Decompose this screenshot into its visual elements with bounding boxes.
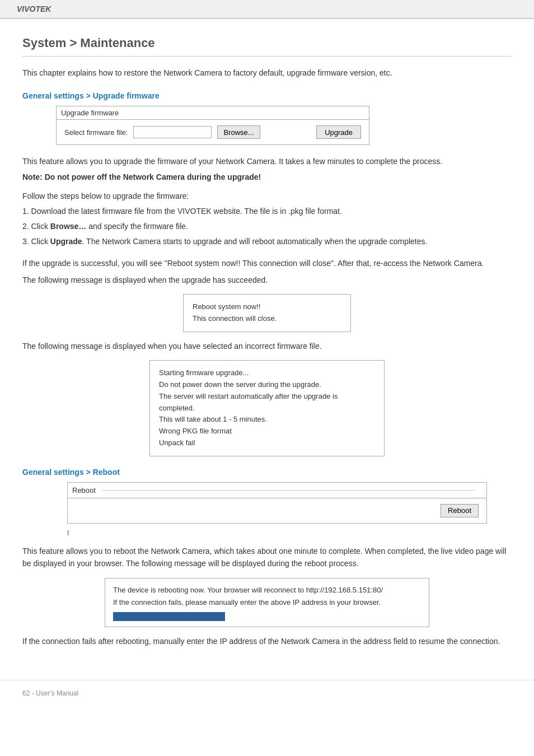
reboot-box-title: Reboot (72, 486, 96, 494)
select-firmware-label: Select firmware file: (64, 128, 128, 137)
page-label: 62 - User's Manual (22, 689, 78, 697)
upgrade-firmware-box: Upgrade firmware Select firmware file: B… (56, 106, 369, 145)
reboot-button[interactable]: Reboot (441, 504, 479, 517)
reboot-message-box: The device is rebooting now. Your browse… (105, 578, 429, 627)
reboot-msg-content: The device is rebooting now. Your browse… (105, 578, 429, 612)
fail-msg-3: This will take about 1 - 5 minutes. (159, 414, 375, 426)
fail-msg-0: Starting firmware upgrade... (159, 367, 375, 379)
success-msg-line2: This connection will close. (193, 313, 341, 325)
reboot-box: Reboot Reboot (67, 482, 487, 524)
fail-msg-4: Wrong PKG file format (159, 426, 375, 437)
following-msg-label: The following message is displayed when … (22, 274, 512, 286)
steps-intro: Follow the steps below to upgrade the fi… (22, 189, 512, 203)
brand-label: VIVOTEK (17, 4, 51, 13)
final-text: If the connection fails after rebooting,… (22, 635, 512, 647)
browse-button[interactable]: Browse... (217, 125, 260, 139)
header: VIVOTEK (0, 0, 534, 19)
success-msg-line1: Reboot system now!! (193, 301, 341, 313)
reboot-box-content: Reboot (68, 498, 486, 523)
upgrade-firmware-box-content: Select firmware file: Browse... Upgrade (57, 120, 369, 144)
reboot-feature-text: This feature allows you to reboot the Ne… (22, 545, 512, 570)
success-note: If the upgrade is successful, you will s… (22, 257, 512, 269)
reboot-msg-line1: The device is rebooting now. Your browse… (113, 584, 421, 596)
footer: 62 - User's Manual (0, 680, 534, 706)
success-message-box: Reboot system now!! This connection will… (183, 294, 351, 332)
fail-message-box: Starting firmware upgrade... Do not powe… (149, 360, 385, 456)
upgrade-steps: Follow the steps below to upgrade the fi… (22, 189, 512, 249)
upgrade-firmware-heading: General settings > Upgrade firmware (22, 91, 512, 100)
upgrade-note: Note: Do not power off the Network Camer… (22, 172, 512, 181)
step-2: 2. Click Browse… and specify the firmwar… (22, 220, 512, 234)
fail-msg-label: The following message is displayed when … (22, 340, 512, 352)
step-1: 1. Download the latest firmware file fro… (22, 204, 512, 218)
fail-msg-2: The server will restart automatically af… (159, 391, 375, 414)
firmware-file-input[interactable] (133, 126, 212, 138)
step-3: 3. Click Upgrade. The Network Camera sta… (22, 235, 512, 249)
reboot-progress-bar (113, 612, 225, 621)
reboot-msg-line2: If the connection fails, please manually… (113, 596, 421, 609)
page-title: System > Maintenance (22, 36, 512, 57)
fail-msg-1: Do not power down the server during the … (159, 379, 375, 391)
intro-text: This chapter explains how to restore the… (22, 67, 512, 79)
upgrade-firmware-box-title: Upgrade firmware (57, 106, 369, 120)
reboot-heading: General settings > Reboot (22, 468, 512, 477)
main-content: System > Maintenance This chapter explai… (0, 19, 534, 669)
reboot-note-char: I (67, 529, 512, 537)
upgrade-feature-text: This feature allows you to upgrade the f… (22, 155, 512, 167)
fail-msg-5: Unpack fail (159, 437, 375, 449)
upgrade-button[interactable]: Upgrade (316, 125, 361, 139)
